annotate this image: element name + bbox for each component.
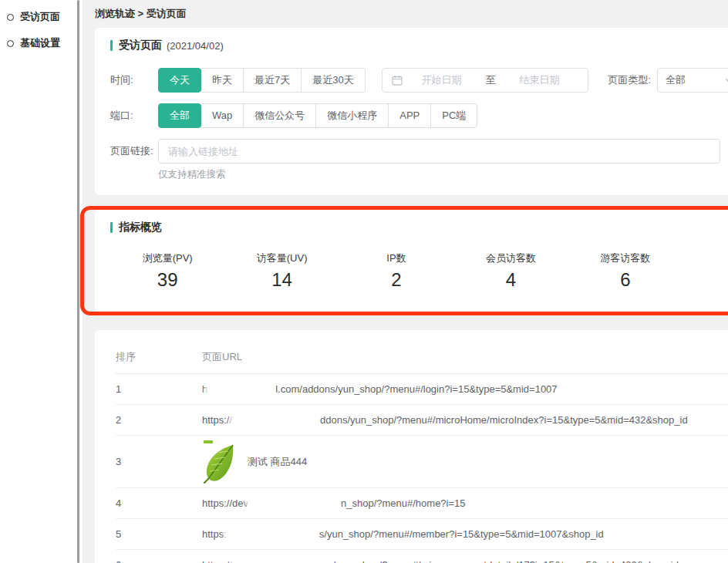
main-content: 浏览轨迹 > 受访页面 受访页面 (2021/04/02) 时间: 今天 昨天 … xyxy=(83,0,728,563)
sidebar-item-basic-settings[interactable]: 基础设置 xyxy=(0,30,77,56)
rank-cell: 6 xyxy=(116,550,202,563)
time-label: 时间: xyxy=(110,73,158,87)
metric-value: 14 xyxy=(224,269,339,291)
metric-ip: IP数 2 xyxy=(339,251,453,291)
table-row[interactable]: 6 https://s/yun_shop/?menu#/microcomment… xyxy=(116,550,728,563)
url-cell: https://devn_shop/?menu#/home?i=15 xyxy=(202,488,728,519)
circle-icon xyxy=(7,14,14,21)
date-range-separator: 至 xyxy=(481,73,501,87)
time-last30days-button[interactable]: 最近30天 xyxy=(301,68,365,93)
metric-label: IP数 xyxy=(339,251,453,265)
url-cell: https://ddons/yun_shop/?menu#/microHome/… xyxy=(202,405,728,436)
metric-uv: 访客量(UV) 14 xyxy=(224,251,339,291)
metric-value: 39 xyxy=(110,269,224,291)
redacted-blur xyxy=(233,560,327,563)
table-row[interactable]: 4 https://devn_shop/?menu#/home?i=15 xyxy=(116,488,728,519)
url-text: s/yun_shop/?menu#/member?i=15&type=5&mid… xyxy=(319,528,604,540)
url-text: https:// xyxy=(202,414,232,426)
metric-guest-visitors: 游客访客数 6 xyxy=(568,251,682,291)
title-accent-bar xyxy=(110,222,113,233)
page-link-input[interactable] xyxy=(158,139,720,164)
time-today-button[interactable]: 今天 xyxy=(158,68,201,93)
visited-pages-table: 排序 页面URL 1 hl.com/addons/yun_shop/?menu#… xyxy=(116,346,728,563)
table-row[interactable]: 1 hl.com/addons/yun_shop/?menu#/login?i=… xyxy=(116,374,728,405)
metric-label: 浏览量(PV) xyxy=(110,251,224,265)
page-type-select[interactable]: 全部 xyxy=(657,68,728,93)
url-cell: https://s/yun_shop/?menu#/microcommentde… xyxy=(202,550,728,563)
time-yesterday-button[interactable]: 昨天 xyxy=(201,68,244,93)
rank-cell: 2 xyxy=(116,405,202,436)
sidebar-divider-scrollbar[interactable] xyxy=(77,0,79,563)
sidebar-item-label: 基础设置 xyxy=(20,36,60,50)
url-text: n_shop/?menu#/home?i=15 xyxy=(341,497,466,509)
metrics-card-title-text: 指标概览 xyxy=(119,221,162,234)
url-table-card: 排序 页面URL 1 hl.com/addons/yun_shop/?menu#… xyxy=(95,330,728,563)
sidebar-item-label: 受访页面 xyxy=(20,10,60,24)
end-date-placeholder[interactable]: 结束日期 xyxy=(501,73,579,87)
port-wechat-official-button[interactable]: 微信公众号 xyxy=(243,103,316,128)
metric-member-visitors: 会员访客数 4 xyxy=(453,251,568,291)
filter-card-title: 受访页面 (2021/04/02) xyxy=(110,39,728,52)
url-text: https: xyxy=(202,528,227,540)
date-range-picker[interactable]: 开始日期 至 结束日期 xyxy=(382,68,589,93)
product-cell: 测试 商品444 xyxy=(202,436,728,488)
rank-cell: 5 xyxy=(116,519,202,550)
url-column-header: 页面URL xyxy=(202,346,728,374)
url-text: s/yun_shop/?menu#/microcommentdetails/17… xyxy=(328,559,679,563)
url-text: https://dev xyxy=(202,497,248,509)
title-accent-bar xyxy=(110,40,113,51)
metrics-card-title: 指标概览 xyxy=(110,221,728,234)
port-wechat-miniprogram-button[interactable]: 微信小程序 xyxy=(315,103,389,128)
page-type-label: 页面类型: xyxy=(608,73,651,87)
url-text: https:// xyxy=(202,559,232,563)
metric-value: 4 xyxy=(453,269,568,291)
table-row[interactable]: 2 https://ddons/yun_shop/?menu#/microHom… xyxy=(116,405,728,436)
rank-cell: 4 xyxy=(116,488,202,519)
port-filter-row: 端口: 全部 Wap 微信公众号 微信小程序 APP PC端 xyxy=(110,103,728,128)
rank-cell: 1 xyxy=(116,374,202,405)
url-text: h xyxy=(202,383,207,395)
metric-pv: 浏览量(PV) 39 xyxy=(110,251,224,291)
url-text: ddons/yun_shop/?menu#/microHome/microInd… xyxy=(320,414,688,426)
port-app-button[interactable]: APP xyxy=(388,103,431,128)
redacted-blur xyxy=(249,498,340,509)
url-cell: https:s/yun_shop/?menu#/member?i=15&type… xyxy=(202,519,728,550)
start-date-placeholder[interactable]: 开始日期 xyxy=(403,73,481,87)
filter-card-date-note: (2021/04/02) xyxy=(167,40,224,52)
leaf-product-image xyxy=(202,440,239,484)
time-last7days-button[interactable]: 最近7天 xyxy=(243,68,302,93)
sidebar: 受访页面 基础设置 xyxy=(0,0,77,563)
url-cell: hl.com/addons/yun_shop/?menu#/login?i=15… xyxy=(202,374,728,405)
page-link-row: 页面链接: 仅支持精准搜索 xyxy=(110,139,728,181)
metric-label: 访客量(UV) xyxy=(224,251,339,265)
product-name: 测试 商品444 xyxy=(248,455,307,469)
url-text: l.com/addons/yun_shop/?menu#/login?i=15&… xyxy=(275,383,557,395)
circle-icon xyxy=(7,40,14,47)
metrics-card: 指标概览 浏览量(PV) 39 访客量(UV) 14 IP数 2 会员访客数 4… xyxy=(95,210,728,312)
port-pc-button[interactable]: PC端 xyxy=(430,103,477,128)
page-type-selected-value: 全部 xyxy=(666,73,725,87)
redacted-blur xyxy=(208,384,275,395)
table-row[interactable]: 5 https:s/yun_shop/?menu#/member?i=15&ty… xyxy=(116,519,728,550)
filter-card-title-text: 受访页面 xyxy=(119,39,162,52)
sidebar-item-visited-pages[interactable]: 受访页面 xyxy=(0,4,77,30)
table-row[interactable]: 3 xyxy=(116,436,728,488)
port-all-button[interactable]: 全部 xyxy=(158,103,201,128)
time-button-group: 今天 昨天 最近7天 最近30天 xyxy=(158,68,366,93)
table-header-row: 排序 页面URL xyxy=(116,346,728,374)
port-button-group: 全部 Wap 微信公众号 微信小程序 APP PC端 xyxy=(158,103,477,128)
rank-column-header: 排序 xyxy=(116,346,202,374)
page-link-hint: 仅支持精准搜索 xyxy=(158,168,728,181)
calendar-icon xyxy=(392,75,403,86)
metrics-row: 浏览量(PV) 39 访客量(UV) 14 IP数 2 会员访客数 4 游客访客… xyxy=(110,251,682,291)
page-link-label: 页面链接: xyxy=(110,139,158,164)
time-filter-row: 时间: 今天 昨天 最近7天 最近30天 开始日期 至 结束日期 页面类型: 全… xyxy=(110,68,728,93)
metric-value: 2 xyxy=(339,269,453,291)
port-wap-button[interactable]: Wap xyxy=(201,103,244,128)
port-label: 端口: xyxy=(110,109,158,123)
filter-card: 受访页面 (2021/04/02) 时间: 今天 昨天 最近7天 最近30天 开… xyxy=(95,28,728,195)
redacted-blur xyxy=(233,415,319,426)
rank-cell: 3 xyxy=(116,436,202,488)
metric-value: 6 xyxy=(568,269,682,291)
metric-label: 会员访客数 xyxy=(453,251,568,265)
